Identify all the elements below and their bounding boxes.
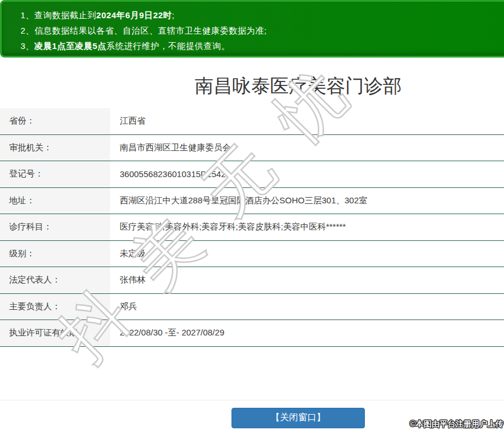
- row-label: 地址：: [0, 188, 110, 214]
- close-window-button[interactable]: 【关闭窗口】: [231, 408, 365, 428]
- row-value: 邓兵: [110, 294, 504, 320]
- info-table: 省份： 江西省 审批机关： 南昌市西湖区卫生健康委员会 登记号： 3600556…: [0, 108, 504, 347]
- notice-line-3: 3、凌晨1点至凌晨5点系统进行维护，不能提供查询。: [21, 38, 504, 54]
- table-row: 审批机关： 南昌市西湖区卫生健康委员会: [0, 135, 504, 162]
- table-row: 诊疗科目： 医疗美容科;美容外科;美容牙科;美容皮肤科;美容中医科******: [0, 214, 504, 241]
- notice-line-1: 1、查询数据截止到2024年6月9日22时;: [21, 7, 504, 23]
- table-row: 主要负责人： 邓兵: [0, 294, 504, 321]
- notice-bold-text: 2024年6月9日22时: [96, 10, 172, 20]
- table-row: 登记号： 36005568236010315D1542: [0, 161, 504, 188]
- row-value: 医疗美容科;美容外科;美容牙科;美容皮肤科;美容中医科******: [110, 214, 504, 240]
- table-row: 执业许可证有效期： 2022/08/30 -至- 2027/08/29: [0, 320, 504, 347]
- row-label: 诊疗科目：: [0, 214, 110, 240]
- row-value: 南昌市西湖区卫生健康委员会: [110, 135, 504, 161]
- row-label: 法定代表人：: [0, 267, 110, 293]
- table-row: 地址： 西湖区沿江中大道288号皇冠国际酒店办公SOHO三层301、302室: [0, 188, 504, 215]
- row-label: 主要负责人：: [0, 294, 110, 320]
- table-row: 法定代表人： 张伟林: [0, 267, 504, 294]
- row-value: 2022/08/30 -至- 2027/08/29: [110, 320, 504, 346]
- table-row: 省份： 江西省: [0, 108, 504, 135]
- page: 1、查询数据截止到2024年6月9日22时; 2、信息数据结果以各省、自治区、直…: [0, 0, 504, 428]
- notice-bold-text: 凌晨1点至凌晨5点: [34, 41, 106, 51]
- page-title: 南昌咏泰医疗美容门诊部: [0, 75, 504, 97]
- notice-banner: 1、查询数据截止到2024年6月9日22时; 2、信息数据结果以各省、自治区、直…: [0, 0, 504, 58]
- row-value: 张伟林: [110, 267, 504, 293]
- row-label: 登记号：: [0, 161, 110, 187]
- footer-divider: [0, 400, 504, 400]
- notice-number: 1、: [21, 10, 34, 20]
- upload-stamp: ©本图由平台注册用户上传: [410, 419, 503, 429]
- row-value: 未定级: [110, 241, 504, 267]
- table-row: 级别： 未定级: [0, 241, 504, 268]
- row-value: 西湖区沿江中大道288号皇冠国际酒店办公SOHO三层301、302室: [110, 188, 504, 214]
- notice-text: 查询数据截止到: [34, 10, 96, 20]
- row-label: 审批机关：: [0, 135, 110, 161]
- notice-text: 信息数据结果以各省、自治区、直辖市卫生健康委数据为准;: [34, 26, 267, 35]
- row-label: 省份：: [0, 108, 110, 134]
- notice-number: 3、: [21, 41, 34, 51]
- notice-line-2: 2、信息数据结果以各省、自治区、直辖市卫生健康委数据为准;: [21, 23, 504, 38]
- row-value: 江西省: [110, 108, 504, 134]
- notice-text: ;: [172, 10, 175, 20]
- row-label: 级别：: [0, 241, 110, 267]
- row-label: 执业许可证有效期：: [0, 320, 110, 346]
- row-value: 36005568236010315D1542: [110, 161, 504, 187]
- notice-text: 系统进行维护，不能提供查询。: [107, 41, 230, 51]
- notice-number: 2、: [21, 26, 34, 35]
